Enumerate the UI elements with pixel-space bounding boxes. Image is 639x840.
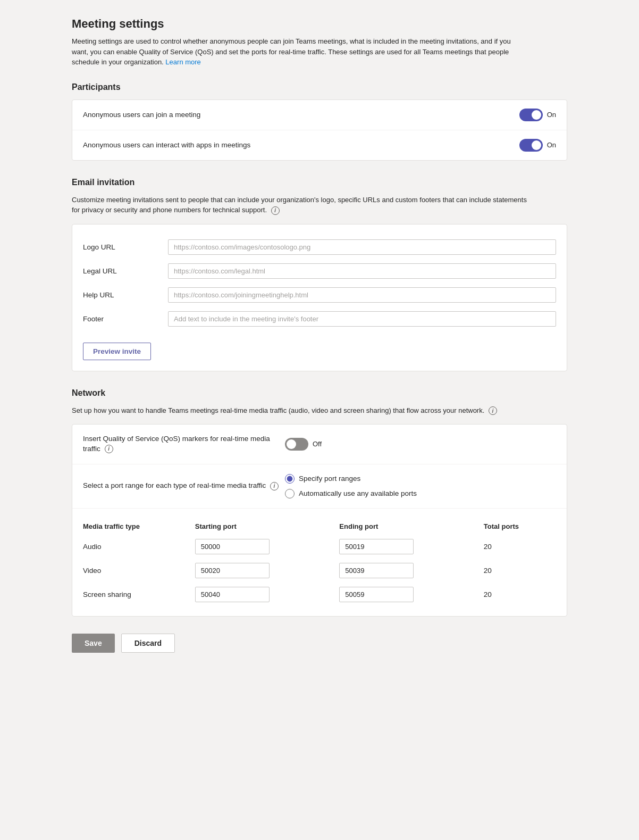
qos-row: Insert Quality of Service (QoS) markers … — [72, 425, 567, 464]
preview-invite-wrapper: Preview invite — [83, 331, 556, 360]
auto-port-radio[interactable] — [285, 489, 295, 498]
video-end-input[interactable] — [339, 563, 414, 578]
audio-total: 20 — [484, 535, 556, 559]
specify-port-ranges-radio[interactable] — [285, 474, 295, 484]
help-url-row: Help URL — [83, 283, 556, 307]
anonymous-apps-control: On — [519, 139, 556, 152]
email-invitation-description: Customize meeting invitations sent to pe… — [72, 195, 529, 215]
footer-label: Footer — [83, 315, 168, 323]
network-description: Set up how you want to handle Teams meet… — [72, 405, 529, 416]
legal-url-input[interactable] — [168, 263, 556, 279]
col-header-traffic-type: Media traffic type — [83, 518, 195, 535]
specify-port-ranges-option[interactable]: Specify port ranges — [285, 474, 556, 484]
participants-card: Anonymous users can join a meeting On An… — [72, 99, 567, 161]
screenshare-end-cell — [339, 583, 484, 606]
bottom-actions: Save Discard — [72, 634, 567, 653]
qos-toggle-label: Off — [313, 440, 322, 448]
port-range-label: Select a port range for each type of rea… — [83, 481, 285, 491]
footer-input[interactable] — [168, 311, 556, 327]
video-start-input[interactable] — [195, 563, 270, 578]
port-table: Media traffic type Starting port Ending … — [83, 518, 556, 606]
discard-button[interactable]: Discard — [121, 634, 175, 653]
video-type-label: Video — [83, 559, 195, 583]
audio-start-input[interactable] — [195, 539, 270, 554]
email-invitation-card: Logo URL Legal URL Help URL Footer Previ… — [72, 224, 567, 371]
auto-port-label: Automatically use any available ports — [299, 489, 417, 497]
port-table-row: Media traffic type Starting port Ending … — [72, 509, 567, 616]
anonymous-join-toggle[interactable] — [519, 109, 543, 121]
anonymous-join-toggle-label: On — [547, 111, 556, 119]
audio-end-input[interactable] — [339, 539, 414, 554]
audio-start-cell — [195, 535, 340, 559]
port-range-row: Select a port range for each type of rea… — [72, 464, 567, 509]
page-description: Meeting settings are used to control whe… — [72, 36, 529, 68]
screenshare-start-cell — [195, 583, 340, 606]
col-header-ending-port: Ending port — [339, 518, 484, 535]
table-row: Video 20 — [83, 559, 556, 583]
network-title: Network — [72, 388, 567, 398]
anonymous-join-control: On — [519, 109, 556, 121]
video-end-cell — [339, 559, 484, 583]
audio-type-label: Audio — [83, 535, 195, 559]
network-card: Insert Quality of Service (QoS) markers … — [72, 424, 567, 617]
anonymous-join-label: Anonymous users can join a meeting — [83, 111, 519, 119]
participants-section: Participants Anonymous users can join a … — [72, 82, 567, 161]
table-row: Screen sharing 20 — [83, 583, 556, 606]
port-table-wrapper: Media traffic type Starting port Ending … — [83, 518, 556, 606]
anonymous-apps-label: Anonymous users can interact with apps i… — [83, 141, 519, 149]
qos-toggle[interactable] — [285, 438, 308, 451]
network-info-icon[interactable]: i — [489, 406, 497, 415]
auto-port-option[interactable]: Automatically use any available ports — [285, 489, 556, 498]
participants-title: Participants — [72, 82, 567, 92]
legal-url-label: Legal URL — [83, 267, 168, 275]
anonymous-apps-row: Anonymous users can interact with apps i… — [72, 130, 567, 160]
page-title: Meeting settings — [72, 17, 567, 31]
logo-url-input[interactable] — [168, 239, 556, 255]
save-button[interactable]: Save — [72, 634, 115, 653]
help-url-label: Help URL — [83, 291, 168, 299]
network-section: Network Set up how you want to handle Te… — [72, 388, 567, 617]
screenshare-total: 20 — [484, 583, 556, 606]
help-url-input[interactable] — [168, 287, 556, 303]
legal-url-row: Legal URL — [83, 259, 556, 283]
preview-invite-button[interactable]: Preview invite — [83, 343, 151, 360]
screenshare-type-label: Screen sharing — [83, 583, 195, 606]
learn-more-link[interactable]: Learn more — [165, 58, 200, 66]
logo-url-row: Logo URL — [83, 235, 556, 259]
anonymous-apps-toggle-label: On — [547, 141, 556, 149]
audio-end-cell — [339, 535, 484, 559]
video-start-cell — [195, 559, 340, 583]
logo-url-label: Logo URL — [83, 243, 168, 251]
anonymous-apps-toggle[interactable] — [519, 139, 543, 152]
video-total: 20 — [484, 559, 556, 583]
anonymous-join-row: Anonymous users can join a meeting On — [72, 100, 567, 130]
screenshare-start-input[interactable] — [195, 587, 270, 602]
email-invitation-info-icon[interactable]: i — [271, 206, 280, 215]
qos-label: Insert Quality of Service (QoS) markers … — [83, 434, 285, 454]
port-range-info-icon[interactable]: i — [270, 482, 279, 490]
screenshare-end-input[interactable] — [339, 587, 414, 602]
email-invitation-section: Email invitation Customize meeting invit… — [72, 178, 567, 371]
port-range-radio-group: Specify port ranges Automatically use an… — [285, 474, 556, 498]
footer-row: Footer — [83, 307, 556, 331]
qos-control: Off — [285, 438, 556, 451]
email-invitation-title: Email invitation — [72, 178, 567, 187]
qos-info-icon[interactable]: i — [105, 445, 113, 453]
col-header-starting-port: Starting port — [195, 518, 340, 535]
col-header-total-ports: Total ports — [484, 518, 556, 535]
port-range-control: Specify port ranges Automatically use an… — [285, 474, 556, 498]
table-row: Audio 20 — [83, 535, 556, 559]
specify-port-ranges-label: Specify port ranges — [299, 475, 360, 483]
